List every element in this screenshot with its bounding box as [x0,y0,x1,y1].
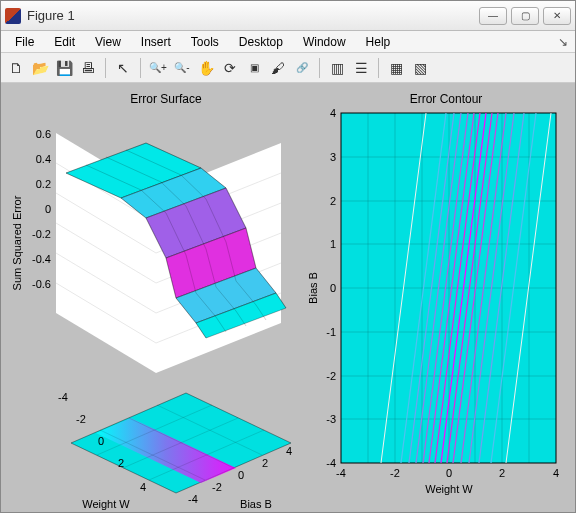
toolbar-separator [378,58,379,78]
pan-button[interactable]: ✋ [195,57,217,79]
svg-text:2: 2 [330,195,336,207]
new-figure-button[interactable]: 🗋 [5,57,27,79]
menu-help[interactable]: Help [356,33,401,51]
surface-ylabel: Bias B [240,498,272,510]
title-bar: Figure 1 — ▢ ✕ [1,1,575,31]
hide-plot-tools-button[interactable]: ▦ [385,57,407,79]
insert-legend-button[interactable]: ☰ [350,57,372,79]
menu-bar: File Edit View Insert Tools Desktop Wind… [1,31,575,53]
svg-text:2: 2 [262,457,268,469]
svg-text:-3: -3 [326,413,336,425]
svg-text:-4: -4 [326,457,336,469]
svg-text:0: 0 [330,282,336,294]
save-button[interactable]: 💾 [53,57,75,79]
pointer-button[interactable]: ↖ [112,57,134,79]
show-plot-tools-button[interactable]: ▧ [409,57,431,79]
svg-text:4: 4 [286,445,292,457]
svg-text:-2: -2 [326,370,336,382]
svg-text:-1: -1 [326,326,336,338]
rotate-3d-button[interactable]: ⟳ [219,57,241,79]
svg-text:0: 0 [98,435,104,447]
surface-xlabel: Weight W [82,498,130,510]
svg-text:0.6: 0.6 [36,128,51,140]
contour-xlabel: Weight W [425,483,473,495]
zoom-out-button[interactable]: 🔍- [171,57,193,79]
menu-insert[interactable]: Insert [131,33,181,51]
close-button[interactable]: ✕ [543,7,571,25]
window-buttons: — ▢ ✕ [479,7,571,25]
matlab-icon [5,8,21,24]
svg-text:1: 1 [330,238,336,250]
surface-zlabel: Sum Squared Error [11,195,23,290]
svg-text:0: 0 [446,467,452,479]
svg-text:0: 0 [45,203,51,215]
plots-svg: Error Surface [1,83,576,513]
svg-text:4: 4 [553,467,559,479]
svg-text:-2: -2 [390,467,400,479]
zoom-in-button[interactable]: 🔍+ [147,57,169,79]
menu-window[interactable]: Window [293,33,356,51]
contour-title: Error Contour [410,92,483,106]
svg-text:4: 4 [140,481,146,493]
maximize-button[interactable]: ▢ [511,7,539,25]
svg-text:-0.6: -0.6 [32,278,51,290]
toolbar-separator [319,58,320,78]
svg-text:-0.4: -0.4 [32,253,51,265]
dock-toggle-icon[interactable]: ↘ [555,34,571,50]
figure-canvas[interactable]: Error Surface [1,83,575,512]
svg-text:-2: -2 [76,413,86,425]
svg-text:-4: -4 [336,467,346,479]
menu-desktop[interactable]: Desktop [229,33,293,51]
insert-colorbar-button[interactable]: ▥ [326,57,348,79]
svg-text:4: 4 [330,107,336,119]
svg-text:0.2: 0.2 [36,178,51,190]
menu-file[interactable]: File [5,33,44,51]
toolbar-separator [140,58,141,78]
svg-text:0.4: 0.4 [36,153,51,165]
error-surface-plot[interactable]: Error Surface [11,92,292,510]
svg-text:-4: -4 [188,493,198,505]
link-plot-button[interactable]: 🔗 [291,57,313,79]
svg-text:-4: -4 [58,391,68,403]
contour-ylabel: Bias B [307,272,319,304]
menu-view[interactable]: View [85,33,131,51]
menu-tools[interactable]: Tools [181,33,229,51]
open-button[interactable]: 📂 [29,57,51,79]
svg-text:2: 2 [118,457,124,469]
data-cursor-button[interactable]: ▣ [243,57,265,79]
svg-text:-0.2: -0.2 [32,228,51,240]
window-title: Figure 1 [27,8,479,23]
svg-text:2: 2 [499,467,505,479]
minimize-button[interactable]: — [479,7,507,25]
brush-button[interactable]: 🖌 [267,57,289,79]
toolbar: 🗋 📂 💾 🖶 ↖ 🔍+ 🔍- ✋ ⟳ ▣ 🖌 🔗 ▥ ☰ ▦ ▧ [1,53,575,83]
error-contour-plot[interactable]: Error Contour [307,92,559,495]
menu-edit[interactable]: Edit [44,33,85,51]
svg-text:3: 3 [330,151,336,163]
toolbar-separator [105,58,106,78]
svg-text:-2: -2 [212,481,222,493]
svg-text:0: 0 [238,469,244,481]
surface-title: Error Surface [130,92,202,106]
print-button[interactable]: 🖶 [77,57,99,79]
